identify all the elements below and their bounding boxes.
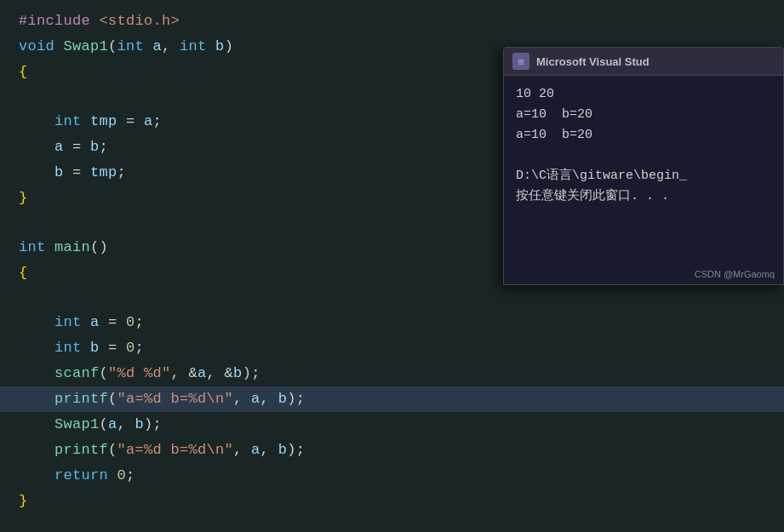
token-plain: ,	[233, 391, 251, 407]
token-kw: void	[19, 38, 64, 54]
console-body: 10 20a=10 b=20a=10 b=20 D:\C语言\gitware\b…	[504, 76, 783, 215]
token-kw: int	[180, 38, 215, 54]
token-var: b	[54, 164, 64, 180]
token-fn: main	[54, 239, 90, 255]
token-plain: ;	[135, 340, 145, 356]
token-plain: );	[287, 442, 305, 458]
token-var: a	[251, 391, 260, 407]
token-plain: (	[108, 442, 117, 458]
code-content: return 0;	[15, 464, 784, 488]
token-kw: int	[54, 113, 90, 129]
code-line: int a = 0;	[0, 310, 784, 335]
token-fn: printf	[54, 391, 108, 407]
console-output-line: a=10 b=20	[516, 125, 771, 146]
code-line: scanf("%d %d", &a, &b);	[0, 361, 784, 386]
code-line	[0, 286, 784, 310]
token-str: "a=%d b=%d\n"	[117, 391, 234, 407]
code-line: }	[0, 489, 784, 514]
code-content: scanf("%d %d", &a, &b);	[15, 362, 784, 386]
token-plain: );	[243, 365, 260, 381]
token-plain: (	[100, 365, 109, 381]
token-var: a	[144, 113, 153, 129]
token-plain: ,	[162, 38, 180, 54]
token-kw: int	[54, 314, 90, 330]
console-titlebar: ⊞ Microsoft Visual Stud	[504, 48, 783, 76]
console-output-line: D:\C语言\gitware\begin_	[516, 166, 771, 186]
token-var: b	[135, 416, 145, 432]
code-line: printf("a=%d b=%d\n", a, b);	[0, 386, 784, 412]
token-plain: ,	[260, 442, 278, 458]
token-inc: <stdio.h>	[100, 13, 180, 29]
token-kw: return	[54, 467, 117, 483]
token-plain: =	[117, 113, 145, 129]
token-plain: =	[100, 340, 127, 356]
token-fn: scanf	[54, 365, 100, 381]
token-bracket: }	[19, 190, 28, 206]
token-bracket: }	[19, 493, 28, 509]
code-line: #include <stdio.h>	[0, 9, 784, 34]
code-content: #include <stdio.h>	[15, 9, 784, 33]
console-output-line	[516, 146, 771, 166]
token-plain: );	[144, 416, 162, 432]
token-fn: printf	[54, 442, 108, 458]
console-icon: ⊞	[512, 53, 529, 70]
console-output-line: 按任意键关闭此窗口. . .	[516, 186, 771, 207]
token-plain: (	[108, 391, 117, 407]
token-var: b	[278, 391, 288, 407]
token-plain: ;	[135, 314, 145, 330]
console-overlay: ⊞ Microsoft Visual Stud 10 20a=10 b=20a=…	[503, 47, 784, 285]
code-content: printf("a=%d b=%d\n", a, b);	[15, 387, 784, 411]
token-str: "a=%d b=%d\n"	[117, 442, 234, 458]
token-fn: Swap1	[54, 416, 100, 432]
token-var: a	[153, 38, 163, 54]
token-plain: );	[287, 391, 305, 407]
console-output-line: a=10 b=20	[516, 105, 771, 125]
code-content: int a = 0;	[15, 311, 784, 335]
token-var: b	[215, 38, 225, 54]
token-var: a	[251, 442, 260, 458]
token-kw: int	[54, 340, 90, 356]
token-plain: , &	[171, 365, 198, 381]
watermark: CSDN @MrGaomq	[695, 269, 775, 279]
token-fn: Swap1	[64, 38, 109, 54]
token-plain: ,	[260, 391, 278, 407]
token-var: b	[233, 365, 243, 381]
token-plain: ;	[126, 467, 135, 483]
token-plain: ;	[153, 113, 163, 129]
token-bracket: {	[19, 265, 28, 281]
token-plain: =	[100, 314, 127, 330]
token-kw: int	[117, 38, 153, 54]
token-num: 0	[126, 340, 135, 356]
token-var: b	[90, 139, 100, 155]
token-str: "%d %d"	[108, 365, 171, 381]
token-var: a	[54, 139, 64, 155]
console-output-line: 10 20	[516, 84, 771, 105]
console-title: Microsoft Visual Stud	[536, 55, 650, 68]
code-content: printf("a=%d b=%d\n", a, b);	[15, 438, 784, 462]
token-plain: =	[64, 139, 91, 155]
token-plain: ()	[90, 239, 108, 255]
token-kw: int	[19, 239, 54, 255]
token-num: 0	[117, 467, 127, 483]
code-line: int b = 0;	[0, 335, 784, 361]
token-var: a	[90, 314, 100, 330]
token-plain: =	[64, 164, 91, 180]
token-var: a	[108, 416, 117, 432]
token-var: tmp	[90, 164, 117, 180]
token-plain: (	[108, 38, 117, 54]
token-preproc: #include	[19, 13, 100, 29]
code-line: return 0;	[0, 463, 784, 489]
code-line: printf("a=%d b=%d\n", a, b);	[0, 438, 784, 463]
token-plain: (	[100, 416, 109, 432]
code-content: Swap1(a, b);	[15, 413, 784, 437]
token-plain: ;	[117, 164, 127, 180]
token-plain: , &	[207, 365, 234, 381]
code-content: }	[15, 489, 784, 513]
token-plain: )	[225, 38, 234, 54]
token-bracket: {	[19, 64, 28, 80]
token-plain: ,	[117, 416, 135, 432]
token-plain: ,	[233, 442, 251, 458]
code-editor: #include <stdio.h>void Swap1(int a, int …	[0, 0, 784, 532]
code-line: Swap1(a, b);	[0, 412, 784, 438]
token-var: tmp	[90, 113, 117, 129]
